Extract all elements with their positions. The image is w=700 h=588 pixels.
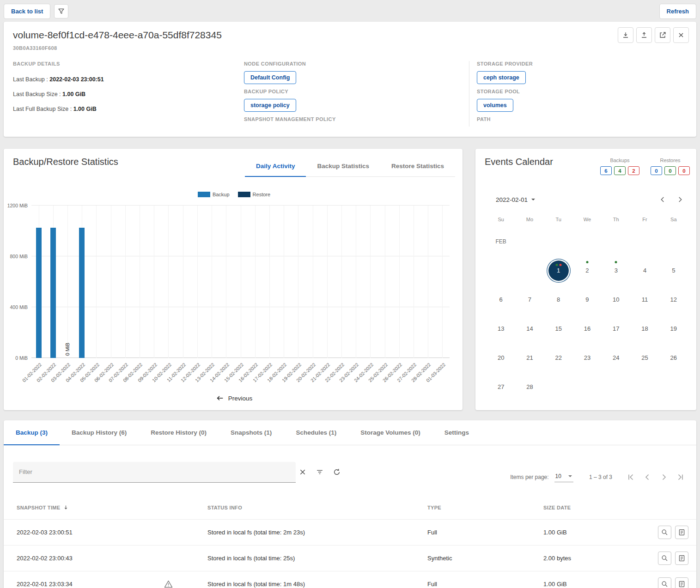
upload-button[interactable] xyxy=(636,27,652,43)
column-header-type: TYPE xyxy=(427,490,543,520)
report-icon xyxy=(678,580,686,588)
calendar-day-15[interactable]: 15 xyxy=(544,314,573,343)
counter-group-backups: Backups642 xyxy=(600,158,639,175)
calendar-day-16[interactable]: 16 xyxy=(573,314,602,343)
calendar-day-25[interactable]: 25 xyxy=(630,343,659,372)
calendar-day-11[interactable]: 11 xyxy=(630,285,659,314)
calendar-day-27[interactable]: 27 xyxy=(487,372,515,401)
calendar-day-9[interactable]: 9 xyxy=(573,285,602,314)
calendar-day-19[interactable]: 19 xyxy=(659,314,688,343)
report-button[interactable] xyxy=(675,526,688,539)
calendar-day-1[interactable]: 1 xyxy=(544,256,573,285)
tab-backup-3[interactable]: Backup (3) xyxy=(4,420,60,445)
report-button[interactable] xyxy=(675,552,688,565)
policies-section: NODE CONFIGURATION Default Config BACKUP… xyxy=(244,61,469,127)
calendar-prev-button[interactable] xyxy=(656,193,670,206)
day-number: 9 xyxy=(577,290,597,310)
day-number: 4 xyxy=(635,261,655,281)
download-button[interactable] xyxy=(618,27,633,43)
calendar-day-24[interactable]: 24 xyxy=(602,343,630,372)
backup-policy-chip[interactable]: storage policy xyxy=(244,99,296,112)
tab-restore-history-0[interactable]: Restore History (0) xyxy=(139,420,219,445)
calendar-day-5[interactable]: 5 xyxy=(659,256,688,285)
column-filter-button[interactable] xyxy=(313,465,327,479)
first-page-button[interactable] xyxy=(624,471,637,484)
calendar-day-4[interactable]: 4 xyxy=(630,256,659,285)
volume-details-card: volume-8ef0f1cd-e478-4eee-a70a-55df8f728… xyxy=(4,22,696,137)
day-number: 5 xyxy=(663,261,684,281)
calendar-day-3[interactable]: 3 xyxy=(602,256,630,285)
node-config-chip[interactable]: Default Config xyxy=(244,71,296,84)
legend-swatch xyxy=(198,192,210,197)
column-header-snapshot-time[interactable]: SNAPSHOT TIME xyxy=(4,490,207,520)
weekday-label: Tu xyxy=(544,217,573,227)
calendar-day-8[interactable]: 8 xyxy=(544,285,573,314)
header-actions xyxy=(618,27,689,43)
tab-settings[interactable]: Settings xyxy=(432,420,481,445)
items-per-page-label: Items per page: xyxy=(510,474,548,480)
calendar-day-28[interactable]: 28 xyxy=(515,372,544,401)
refresh-button[interactable]: Refresh xyxy=(659,4,696,19)
inspect-icon xyxy=(661,580,669,588)
tab-backup-statistics[interactable]: Backup Statistics xyxy=(306,157,380,176)
tab-schedules-1[interactable]: Schedules (1) xyxy=(284,420,348,445)
y-axis-label: 800 MiB xyxy=(10,254,28,259)
calendar-day-20[interactable]: 20 xyxy=(487,343,515,372)
calendar-day-13[interactable]: 13 xyxy=(487,314,515,343)
report-button[interactable] xyxy=(675,577,688,588)
tab-backup-history-6[interactable]: Backup History (6) xyxy=(60,420,139,445)
event-dot-red xyxy=(559,264,561,266)
filter-input[interactable] xyxy=(13,462,296,482)
calendar-day-17[interactable]: 17 xyxy=(602,314,630,343)
storage-pool-chip[interactable]: volumes xyxy=(477,99,513,112)
filter-button[interactable] xyxy=(54,4,68,18)
inspect-button[interactable] xyxy=(658,577,671,588)
next-page-button[interactable] xyxy=(657,471,670,484)
export-button[interactable] xyxy=(655,27,670,43)
tab-restore-statistics[interactable]: Restore Statistics xyxy=(380,157,455,176)
tab-daily-activity[interactable]: Daily Activity xyxy=(245,157,306,176)
day-number: 22 xyxy=(548,348,569,368)
calendar-grid: FEB1234567891011121314151617181920212223… xyxy=(485,227,690,401)
calendar-day-10[interactable]: 10 xyxy=(602,285,630,314)
calendar-next-button[interactable] xyxy=(673,193,687,206)
inspect-button[interactable] xyxy=(658,552,671,565)
reload-button[interactable] xyxy=(330,465,344,479)
filter-field[interactable] xyxy=(13,462,296,483)
calendar-day-2[interactable]: 2 xyxy=(573,256,602,285)
prev-page-button[interactable] xyxy=(641,471,654,484)
day-number: 27 xyxy=(491,377,511,397)
page-size-select[interactable]: 10 xyxy=(554,472,573,482)
table-row: 2022-02-02 23:00:43Stored in local fs (t… xyxy=(4,546,696,571)
clear-filter-button[interactable] xyxy=(296,465,310,479)
event-dot-green xyxy=(555,264,558,266)
calendar-day-12[interactable]: 12 xyxy=(659,285,688,314)
calendar-day-6[interactable]: 6 xyxy=(487,285,515,314)
calendar-day-14[interactable]: 14 xyxy=(515,314,544,343)
back-to-list-button[interactable]: Back to list xyxy=(4,4,50,19)
calendar-day-7[interactable]: 7 xyxy=(515,285,544,314)
calendar-day-23[interactable]: 23 xyxy=(573,343,602,372)
close-button[interactable] xyxy=(673,27,689,43)
calendar-day-22[interactable]: 22 xyxy=(544,343,573,372)
chart-y-axis: 0 MiB400 MiB800 MiB1200 MiB xyxy=(13,206,30,358)
day-number: 11 xyxy=(635,290,655,310)
last-full-backup-size-row: Last Full Backup Size : 1.00 GiB xyxy=(13,106,244,112)
page-size-value: 10 xyxy=(555,473,561,479)
previous-button[interactable]: Previous xyxy=(216,394,253,402)
empty-cell xyxy=(487,256,515,285)
calendar-day-26[interactable]: 26 xyxy=(659,343,688,372)
tab-snapshots-1[interactable]: Snapshots (1) xyxy=(219,420,284,445)
storage-provider-chip[interactable]: ceph storage xyxy=(477,71,526,84)
backup-size: 1.00 GiB xyxy=(543,581,567,588)
tab-storage-volumes-0[interactable]: Storage Volumes (0) xyxy=(348,420,432,445)
inspect-button[interactable] xyxy=(658,526,671,539)
gridline xyxy=(125,206,126,358)
last-page-button[interactable] xyxy=(674,471,687,484)
calendar-day-18[interactable]: 18 xyxy=(630,314,659,343)
calendar-date-select[interactable]: 2022-02-01 xyxy=(496,196,536,203)
gridline xyxy=(168,206,169,358)
last-backup-size-row: Last Backup Size : 1.00 GiB xyxy=(13,91,244,97)
calendar-day-21[interactable]: 21 xyxy=(515,343,544,372)
gridline xyxy=(385,206,385,358)
